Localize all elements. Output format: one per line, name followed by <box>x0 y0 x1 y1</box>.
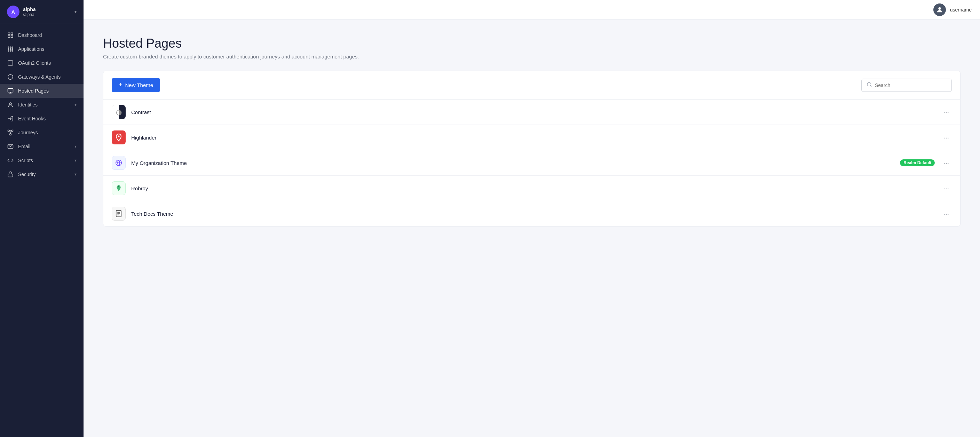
search-input[interactable] <box>875 83 947 88</box>
code-icon <box>7 157 14 164</box>
shield-icon <box>7 73 14 80</box>
sidebar-item-gateways-label: Gateways & Agents <box>18 74 76 79</box>
svg-rect-2 <box>8 36 10 38</box>
chevron-down-icon: ▾ <box>75 158 76 163</box>
svg-point-11 <box>10 51 11 51</box>
sidebar-item-email-label: Email <box>18 144 70 149</box>
page-content: Hosted Pages Create custom-branded theme… <box>84 19 980 437</box>
sidebar-item-hosted-pages-label: Hosted Pages <box>18 88 76 94</box>
themes-card: + New Theme ◑ Contr <box>103 71 961 227</box>
search-icon <box>867 82 872 89</box>
sidebar-item-journeys[interactable]: Journeys <box>0 126 84 140</box>
contrast-theme-icon: ◑ <box>112 105 126 119</box>
svg-point-17 <box>10 103 11 105</box>
grid-icon <box>7 32 14 39</box>
highlander-theme-name: Highlander <box>131 135 935 141</box>
sidebar-item-identities[interactable]: Identities ▾ <box>0 98 84 112</box>
org-info: alpha /alpha <box>23 6 71 17</box>
topbar-username: username <box>950 7 972 13</box>
realm-default-badge: Realm Default <box>900 159 935 166</box>
svg-rect-19 <box>8 130 10 132</box>
org-path: /alpha <box>23 12 71 17</box>
sidebar-item-identities-label: Identities <box>18 102 70 108</box>
highlander-more-button[interactable]: ··· <box>940 132 952 143</box>
svg-rect-0 <box>8 33 10 35</box>
svg-rect-14 <box>8 88 13 92</box>
techdocs-theme-icon <box>112 207 126 221</box>
chevron-down-icon: ▾ <box>75 144 76 149</box>
sidebar-item-oauth2[interactable]: OAuth2 Clients <box>0 56 84 70</box>
svg-point-7 <box>8 49 9 50</box>
svg-point-9 <box>12 49 13 50</box>
org-switcher[interactable]: A alpha /alpha ▾ <box>0 0 84 24</box>
apps-icon <box>7 46 14 52</box>
techdocs-theme-name: Tech Docs Theme <box>131 211 935 217</box>
sidebar-item-scripts[interactable]: Scripts ▾ <box>0 153 84 167</box>
search-box <box>861 79 952 92</box>
svg-rect-3 <box>11 36 13 38</box>
theme-row[interactable]: Tech Docs Theme ··· <box>103 201 960 226</box>
org-avatar: A <box>7 6 19 18</box>
techdocs-more-button[interactable]: ··· <box>940 208 952 219</box>
square-icon <box>7 59 14 67</box>
sidebar-item-applications[interactable]: Applications <box>0 42 84 56</box>
org-name: alpha <box>23 6 71 12</box>
sidebar-item-dashboard-label: Dashboard <box>18 32 76 38</box>
page-subtitle: Create custom-branded themes to apply to… <box>103 54 961 59</box>
theme-row[interactable]: Robroy ··· <box>103 176 960 201</box>
svg-point-5 <box>10 47 11 48</box>
svg-point-6 <box>12 47 13 48</box>
topbar: username <box>84 0 980 19</box>
page-title: Hosted Pages <box>103 36 961 51</box>
user-avatar[interactable] <box>933 3 946 16</box>
chevron-down-icon: ▾ <box>75 172 76 177</box>
svg-point-27 <box>867 83 871 86</box>
svg-rect-1 <box>11 33 13 35</box>
svg-rect-20 <box>11 130 13 132</box>
sidebar-item-email[interactable]: Email ▾ <box>0 140 84 153</box>
chevron-down-icon: ▾ <box>75 102 76 107</box>
new-theme-button[interactable]: + New Theme <box>112 78 160 92</box>
theme-list: ◑ Contrast ··· Highlander ··· <box>103 100 960 226</box>
org-theme-icon <box>112 156 126 170</box>
contrast-more-button[interactable]: ··· <box>940 107 952 118</box>
sidebar-item-security[interactable]: Security ▾ <box>0 167 84 181</box>
svg-line-28 <box>870 86 872 87</box>
flow-icon <box>7 129 14 136</box>
svg-point-8 <box>10 49 11 50</box>
robroy-more-button[interactable]: ··· <box>940 183 952 194</box>
sidebar-item-gateways[interactable]: Gateways & Agents <box>0 70 84 84</box>
theme-row[interactable]: ◑ Contrast ··· <box>103 100 960 125</box>
sidebar-item-journeys-label: Journeys <box>18 130 76 135</box>
svg-point-29 <box>118 136 120 137</box>
org-more-button[interactable]: ··· <box>940 157 952 168</box>
highlander-theme-icon <box>112 130 126 145</box>
main-area: username Hosted Pages Create custom-bran… <box>84 0 980 437</box>
svg-point-12 <box>12 51 13 51</box>
robroy-theme-name: Robroy <box>131 186 935 191</box>
card-toolbar: + New Theme <box>103 71 960 100</box>
svg-rect-13 <box>8 60 13 65</box>
theme-row[interactable]: Highlander ··· <box>103 125 960 150</box>
plus-icon: + <box>119 81 123 89</box>
svg-point-4 <box>8 47 9 48</box>
sidebar-item-scripts-label: Scripts <box>18 157 70 163</box>
envelope-icon <box>7 143 14 150</box>
sidebar: A alpha /alpha ▾ Dashboard Applications <box>0 0 84 437</box>
arrow-right-box-icon <box>7 115 14 122</box>
sidebar-item-dashboard[interactable]: Dashboard <box>0 28 84 42</box>
robroy-theme-icon <box>112 181 126 195</box>
sidebar-item-security-label: Security <box>18 172 70 177</box>
sidebar-nav: Dashboard Applications OAuth2 Clients Ga… <box>0 24 84 437</box>
sidebar-item-oauth2-label: OAuth2 Clients <box>18 60 76 66</box>
svg-rect-25 <box>8 174 13 177</box>
chevron-down-icon: ▾ <box>75 10 76 14</box>
theme-row[interactable]: My Organization Theme Realm Default ··· <box>103 150 960 176</box>
user-icon <box>7 101 14 108</box>
org-theme-name: My Organization Theme <box>131 160 894 166</box>
sidebar-item-event-hooks-label: Event Hooks <box>18 116 76 121</box>
lock-icon <box>7 171 14 178</box>
sidebar-item-event-hooks[interactable]: Event Hooks <box>0 112 84 126</box>
svg-point-10 <box>8 51 9 51</box>
sidebar-item-hosted-pages[interactable]: Hosted Pages <box>0 84 84 98</box>
